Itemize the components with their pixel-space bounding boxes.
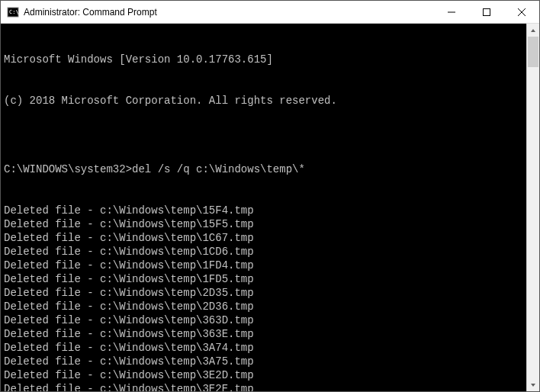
terminal-line: Deleted file - c:\Windows\temp\3E2D.tmp — [4, 368, 523, 382]
output-block: Deleted file - c:\Windows\temp\15F4.tmpD… — [4, 204, 523, 391]
scroll-track[interactable] — [527, 37, 539, 378]
scroll-down-button[interactable] — [527, 378, 539, 391]
svg-rect-3 — [484, 8, 490, 15]
terminal-container: Microsoft Windows [Version 10.0.17763.61… — [1, 24, 539, 391]
terminal-line: Deleted file - c:\Windows\temp\363E.tmp — [4, 327, 523, 341]
terminal-line: Deleted file - c:\Windows\temp\15F5.tmp — [4, 217, 523, 231]
terminal-line: (c) 2018 Microsoft Corporation. All righ… — [4, 94, 523, 108]
terminal-line: Deleted file - c:\Windows\temp\1FD5.tmp — [4, 272, 523, 286]
terminal-line: Deleted file - c:\Windows\temp\2D36.tmp — [4, 300, 523, 313]
terminal-line: Deleted file - c:\Windows\temp\3A74.tmp — [4, 341, 523, 355]
terminal-line: Microsoft Windows [Version 10.0.17763.61… — [4, 53, 523, 66]
terminal-line: Deleted file - c:\Windows\temp\1CD6.tmp — [4, 245, 523, 259]
terminal-output[interactable]: Microsoft Windows [Version 10.0.17763.61… — [1, 24, 526, 391]
vertical-scrollbar[interactable] — [526, 24, 539, 391]
terminal-line: Deleted file - c:\Windows\temp\3A75.tmp — [4, 355, 523, 368]
scroll-up-button[interactable] — [527, 24, 539, 37]
svg-text:C:\: C:\ — [9, 9, 19, 15]
terminal-line: Deleted file - c:\Windows\temp\1C67.tmp — [4, 231, 523, 245]
window-title: Administrator: Command Prompt — [24, 7, 434, 18]
scroll-thumb[interactable] — [528, 37, 538, 67]
close-button[interactable] — [504, 1, 539, 23]
maximize-button[interactable] — [469, 1, 504, 23]
terminal-line: Deleted file - c:\Windows\temp\2D35.tmp — [4, 286, 523, 300]
svg-marker-7 — [531, 384, 535, 387]
cmd-icon: C:\ — [7, 6, 19, 18]
terminal-line: Deleted file - c:\Windows\temp\363D.tmp — [4, 313, 523, 327]
window-controls — [434, 1, 539, 23]
terminal-line: Deleted file - c:\Windows\temp\1FD4.tmp — [4, 259, 523, 272]
svg-marker-6 — [531, 29, 535, 32]
window-titlebar[interactable]: C:\ Administrator: Command Prompt — [1, 1, 539, 24]
minimize-button[interactable] — [434, 1, 469, 23]
terminal-line: Deleted file - c:\Windows\temp\15F4.tmp — [4, 204, 523, 217]
terminal-line: Deleted file - c:\Windows\temp\3E2E.tmp — [4, 382, 523, 391]
command-line: C:\WINDOWS\system32>del /s /q c:\Windows… — [4, 162, 523, 176]
